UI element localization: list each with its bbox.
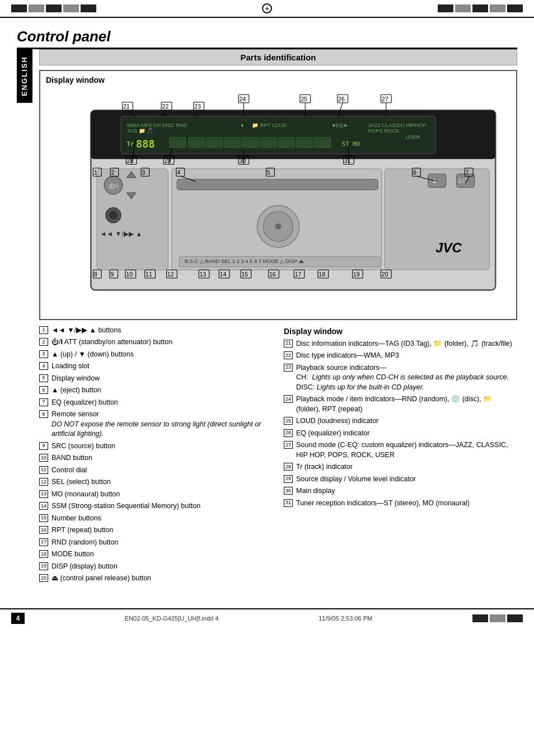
svg-text:11: 11 bbox=[146, 271, 152, 278]
item-number: 17 bbox=[39, 538, 48, 546]
bar-block bbox=[507, 4, 523, 12]
svg-text:ST MO: ST MO bbox=[342, 140, 360, 148]
footer-date: 11/9/05 2:53:06 PM bbox=[318, 615, 372, 622]
item-text: Source display / Volume level indicator bbox=[296, 475, 517, 485]
item-number: 27 bbox=[284, 441, 293, 449]
svg-text:24: 24 bbox=[239, 96, 246, 102]
bar-block bbox=[438, 4, 453, 12]
svg-text:5: 5 bbox=[267, 169, 270, 176]
svg-text:12: 12 bbox=[167, 271, 174, 278]
item-number: 10 bbox=[39, 454, 48, 462]
item-text: Tr (track) indicator bbox=[296, 462, 517, 472]
svg-rect-20 bbox=[296, 137, 312, 148]
svg-text:POPS ROCK: POPS ROCK bbox=[368, 128, 400, 134]
svg-text:19: 19 bbox=[353, 271, 360, 278]
list-item: 21 Disc information indicators—TAG (ID3 … bbox=[284, 339, 517, 349]
list-item: 9 SRC (source) button bbox=[39, 442, 273, 452]
svg-text:6: 6 bbox=[413, 169, 416, 176]
svg-text:WMA  MP3  CH DISC   RND: WMA MP3 CH DISC RND bbox=[127, 123, 188, 128]
list-item: 27 Sound mode (C-EQ: custom equalizer) i… bbox=[284, 440, 517, 460]
svg-text:●: ● bbox=[241, 123, 244, 128]
item-text: EQ (equalizer) indicator bbox=[296, 429, 517, 439]
item-number: 16 bbox=[39, 526, 48, 534]
svg-text:21: 21 bbox=[123, 103, 130, 110]
svg-text:20: 20 bbox=[382, 271, 388, 278]
item-text: Disc information indicators—TAG (ID3 Tag… bbox=[296, 339, 517, 349]
item-number: 21 bbox=[284, 340, 293, 348]
item-number: 15 bbox=[39, 514, 48, 522]
item-number: 7 bbox=[39, 398, 48, 406]
main-content: Parts identification Display window bbox=[32, 49, 517, 586]
item-text: DISP (display) button bbox=[51, 562, 273, 572]
list-item: 25 LOUD (loudness) indicator bbox=[284, 416, 517, 426]
item-text: ◄◄ ▼/▶▶ ▲ buttons bbox=[51, 326, 273, 336]
list-item: 4 Loading slot bbox=[39, 361, 273, 372]
item-text: Control dial bbox=[51, 466, 273, 476]
item-number: 6 bbox=[39, 386, 48, 394]
svg-text:26: 26 bbox=[338, 96, 345, 102]
svg-text:14: 14 bbox=[220, 271, 227, 278]
bar-block bbox=[455, 4, 471, 12]
bar-block bbox=[63, 4, 79, 12]
item-text: RND (random) button bbox=[51, 538, 273, 548]
item-text: Remote sensor DO NOT expose the remote s… bbox=[51, 410, 273, 439]
bottom-bar: 4 EN02-05_KD-G425[U_UH]f.indd 4 11/9/05 … bbox=[0, 608, 534, 627]
item-number: 23 bbox=[284, 364, 293, 372]
item-text: Loading slot bbox=[51, 361, 273, 372]
item-number: 19 bbox=[39, 562, 48, 570]
svg-rect-17 bbox=[242, 137, 259, 148]
display-window-title: Display window bbox=[46, 76, 510, 84]
bar-block bbox=[490, 614, 505, 622]
list-item: 26 EQ (equalizer) indicator bbox=[284, 429, 517, 439]
item-number: 29 bbox=[284, 475, 293, 483]
svg-text:2: 2 bbox=[111, 169, 114, 176]
bar-block bbox=[472, 4, 488, 12]
svg-text:13: 13 bbox=[199, 271, 206, 278]
item-text: ▲ (up) / ▼ (down) buttons bbox=[51, 350, 273, 360]
item-text: Number buttons bbox=[51, 514, 273, 524]
item-text: MODE button bbox=[51, 550, 273, 560]
svg-text:1: 1 bbox=[94, 169, 97, 176]
svg-rect-21 bbox=[314, 137, 330, 148]
list-item: 6 ▲ (eject) button bbox=[39, 386, 273, 396]
list-item: 24 Playback mode / item indicators—RND (… bbox=[284, 395, 517, 414]
parts-id-header: Parts identification bbox=[39, 49, 517, 65]
svg-point-68 bbox=[275, 223, 282, 229]
list-item: 28 Tr (track) indicator bbox=[284, 462, 517, 472]
svg-text:31: 31 bbox=[344, 157, 351, 164]
content-area: ENGLISH Parts identification Display win… bbox=[17, 49, 517, 586]
bar-block bbox=[46, 4, 62, 12]
bar-block bbox=[472, 614, 488, 622]
footer-filename: EN02-05_KD-G425[U_UH]f.indd 4 bbox=[125, 615, 219, 622]
item-text: Main display bbox=[296, 486, 517, 496]
item-number: 24 bbox=[284, 395, 293, 403]
item-number: 2 bbox=[39, 338, 48, 346]
item-text: Playback source indicators— CH: Lights u… bbox=[296, 363, 517, 393]
svg-point-62 bbox=[109, 211, 118, 220]
svg-rect-13 bbox=[170, 137, 186, 148]
list-item: 1 ◄◄ ▼/▶▶ ▲ buttons bbox=[39, 326, 273, 336]
item-text: MO (monaural) button bbox=[51, 490, 273, 500]
registration-mark-bottom-right bbox=[472, 614, 523, 622]
svg-text:◄EQ►: ◄EQ► bbox=[331, 123, 349, 128]
item-number: 31 bbox=[284, 499, 293, 507]
svg-text:10: 10 bbox=[126, 271, 133, 278]
item-text: BAND button bbox=[51, 453, 273, 463]
item-number: 28 bbox=[284, 463, 293, 471]
svg-rect-19 bbox=[278, 137, 294, 148]
item-text: SSM (Strong-station Sequential Memory) b… bbox=[51, 501, 273, 511]
item-text: Playback mode / item indicators—RND (ran… bbox=[296, 395, 517, 414]
list-item: 10 BAND button bbox=[39, 453, 273, 463]
svg-rect-14 bbox=[188, 137, 204, 148]
svg-rect-65 bbox=[177, 179, 378, 190]
svg-text:18: 18 bbox=[318, 271, 325, 278]
list-item: 15 Number buttons bbox=[39, 514, 273, 524]
item-text: ▲ (eject) button bbox=[51, 386, 273, 396]
list-item: 14 SSM (Strong-station Sequential Memory… bbox=[39, 501, 273, 511]
bar-blocks-bottom-right bbox=[472, 614, 523, 622]
item-number: 9 bbox=[39, 442, 48, 450]
svg-text:B.S.C  △  BAND   SEL  1  2  3 : B.S.C △ BAND SEL 1 2 3 4 5 6 7 MODE △ DI… bbox=[185, 259, 304, 264]
page-wrapper: Control panel ENGLISH Parts identificati… bbox=[0, 18, 534, 597]
svg-text:⏻/I: ⏻/I bbox=[109, 182, 118, 189]
bar-block bbox=[29, 4, 44, 12]
